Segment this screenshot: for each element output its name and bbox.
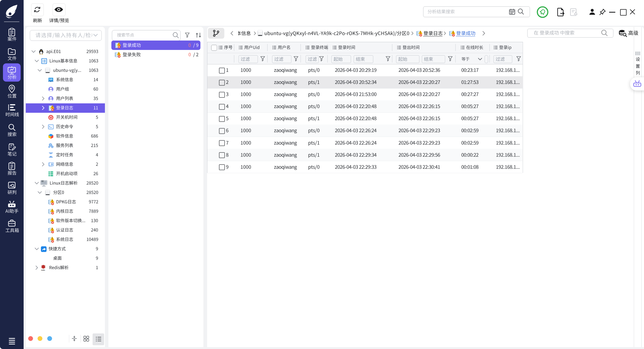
svg-text:LOG: LOG xyxy=(42,180,44,182)
svg-text:redis: redis xyxy=(41,269,45,271)
